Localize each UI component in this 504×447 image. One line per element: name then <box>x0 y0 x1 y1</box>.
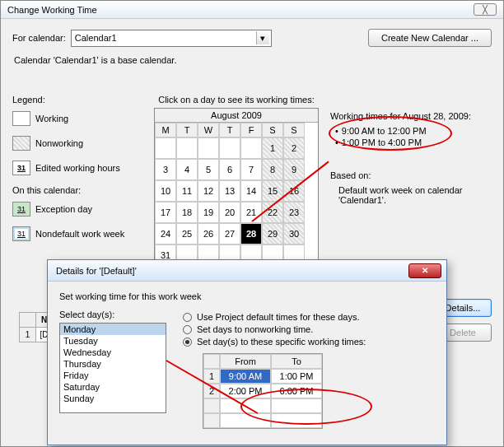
for-calendar-label: For calendar: <box>12 33 66 43</box>
calendar-day-cell[interactable]: 29 <box>262 223 283 244</box>
details-dialog: Details for '[Default]' ✕ Set working ti… <box>47 259 447 445</box>
calendar-day-cell <box>240 137 262 159</box>
calendar-day-header: S <box>283 123 305 137</box>
working-times-panel: Working times for August 28, 2009: 9:00 … <box>330 111 495 205</box>
create-new-calendar-button[interactable]: Create New Calendar ... <box>368 29 492 47</box>
day-list-item[interactable]: Friday <box>60 370 166 381</box>
calendar-day-cell[interactable]: 1 <box>262 137 283 159</box>
day-list-item[interactable]: Saturday <box>60 381 166 393</box>
working-times-heading: Working times for August 28, 2009: <box>330 111 495 121</box>
calendar-day-cell[interactable]: 3 <box>155 159 176 180</box>
calendar-day-cell[interactable]: 7 <box>240 159 262 180</box>
calendar-day-cell[interactable]: 10 <box>155 180 176 202</box>
calendar-day-header: T <box>219 123 240 137</box>
calendar-day-cell[interactable]: 21 <box>240 202 262 223</box>
legend: Legend: Working Nonworking 31 Edited wor… <box>12 95 152 251</box>
day-list-item[interactable]: Wednesday <box>60 347 166 358</box>
legend-label: Nondefault work week <box>35 229 124 239</box>
legend-swatch-exception: 31 <box>12 202 30 217</box>
select-days-label: Select day(s): <box>59 310 166 319</box>
calendar-day-cell[interactable]: 23 <box>283 202 305 223</box>
legend-label: Working <box>35 114 68 123</box>
time-from-cell[interactable]: 2:00 PM <box>220 384 271 398</box>
day-list-item[interactable]: Sunday <box>60 393 166 404</box>
calendar-day-cell[interactable]: 9 <box>283 159 305 180</box>
day-list-item[interactable]: Thursday <box>60 358 166 370</box>
calendar-day-cell <box>176 137 198 159</box>
calendar-day-cell[interactable]: 20 <box>219 202 240 223</box>
legend-label: Edited working hours <box>35 163 120 173</box>
calendar-area: Click on a day to see its working times:… <box>154 95 319 267</box>
calendar-day-cell <box>219 137 240 159</box>
time-row-number: 2 <box>203 384 220 398</box>
working-time-item: 1:00 PM to 4:00 PM <box>335 137 495 147</box>
window-content: For calendar: Calendar1 ▾ Create New Cal… <box>1 19 503 85</box>
window-close-button[interactable]: ╳ <box>474 3 497 16</box>
calendar-day-cell[interactable]: 28 <box>240 223 262 244</box>
col-from: From <box>220 354 271 369</box>
time-from-cell[interactable]: 9:00 AM <box>220 369 271 384</box>
calendar-day-cell[interactable]: 15 <box>262 180 283 202</box>
calendar-day-cell[interactable]: 22 <box>262 202 283 223</box>
calendar-day-cell[interactable]: 8 <box>262 159 283 180</box>
legend-label: Nonworking <box>35 138 83 148</box>
details-dialog-titlebar: Details for '[Default]' ✕ <box>48 260 446 282</box>
calendar-day-cell[interactable]: 16 <box>283 180 305 202</box>
based-on-label: Based on: <box>330 170 495 180</box>
time-to-cell[interactable]: 6:00 PM <box>271 384 322 398</box>
time-to-cell[interactable]: 1:00 PM <box>271 369 322 384</box>
calendar-day-cell[interactable]: 27 <box>219 223 240 244</box>
legend-swatch-nondefault: 31 <box>12 226 30 241</box>
legend-swatch-edited: 31 <box>12 161 30 175</box>
time-row-number: 1 <box>203 369 220 384</box>
radio-specific-times[interactable]: Set day(s) to these specific working tim… <box>183 337 435 347</box>
legend-item-nondefault: 31 Nondefault work week <box>12 226 152 241</box>
calendar-day-header: W <box>198 123 219 137</box>
calendar[interactable]: August 2009 MTWTFSS 12345678910111213141… <box>154 108 319 267</box>
calendar-day-cell <box>155 137 176 159</box>
calendar-day-cell[interactable]: 13 <box>219 180 240 202</box>
day-list-item[interactable]: Monday <box>60 324 166 335</box>
calendar-day-cell[interactable]: 4 <box>176 159 198 180</box>
time-row: 19:00 AM1:00 PM <box>203 369 322 384</box>
calendar-day-cell[interactable]: 14 <box>240 180 262 202</box>
calendar-day-cell[interactable]: 18 <box>176 202 198 223</box>
based-on-text: Default work week on calendar 'Calendar1… <box>338 185 495 205</box>
legend-item-nonworking: Nonworking <box>12 136 152 151</box>
legend-subhead: On this calendar: <box>12 185 152 195</box>
radio-default-times[interactable]: Use Project default times for these days… <box>183 312 435 322</box>
calendar-day-cell[interactable]: 5 <box>198 159 219 180</box>
calendar-day-cell[interactable]: 17 <box>155 202 176 223</box>
calendar-day-header: F <box>240 123 262 137</box>
details-instruction: Set working time for this work week <box>59 291 435 301</box>
calendar-caption: Click on a day to see its working times: <box>154 95 319 105</box>
calendar-day-cell[interactable]: 25 <box>176 223 198 244</box>
calendar-day-cell[interactable]: 11 <box>176 180 198 202</box>
radio-nonworking[interactable]: Set days to nonworking time. <box>183 324 435 334</box>
working-time-item: 9:00 AM to 12:00 PM <box>335 126 495 136</box>
legend-label: Exception day <box>35 204 92 214</box>
calendar-day-cell[interactable]: 30 <box>283 223 305 244</box>
calendar-day-cell[interactable]: 2 <box>283 137 305 159</box>
details-dialog-close-button[interactable]: ✕ <box>408 263 441 278</box>
calendar-select[interactable]: Calendar1 ▾ <box>71 30 272 47</box>
calendar-day-cell[interactable]: 26 <box>198 223 219 244</box>
calendar-day-cell[interactable]: 19 <box>198 202 219 223</box>
window-titlebar: Change Working Time ╳ <box>1 1 503 19</box>
day-listbox[interactable]: MondayTuesdayWednesdayThursdayFridaySatu… <box>59 323 166 413</box>
chevron-down-icon: ▾ <box>256 31 269 44</box>
calendar-day-cell[interactable]: 24 <box>155 223 176 244</box>
stub-row-1: 1 <box>20 328 36 342</box>
window-title: Change Working Time <box>7 5 97 15</box>
radio-icon <box>183 313 192 322</box>
calendar-day-cell[interactable]: 6 <box>219 159 240 180</box>
calendar-base-info: Calendar 'Calendar1' is a base calendar. <box>14 55 492 65</box>
working-times-table[interactable]: From To 19:00 AM1:00 PM22:00 PM6:00 PM <box>203 353 323 429</box>
legend-title: Legend: <box>12 95 152 105</box>
calendar-day-header: M <box>155 123 176 137</box>
details-dialog-title: Details for '[Default]' <box>56 266 137 276</box>
day-list-item[interactable]: Tuesday <box>60 335 166 347</box>
calendar-day-cell[interactable]: 12 <box>198 180 219 202</box>
calendar-month-title: August 2009 <box>155 109 318 123</box>
legend-swatch-nonworking <box>12 136 30 151</box>
